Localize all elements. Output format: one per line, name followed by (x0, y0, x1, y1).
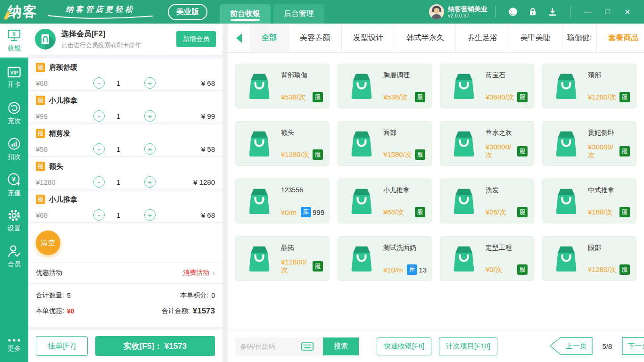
product-price: ¥538/次 (383, 93, 408, 102)
product-name: 蓝宝石 (486, 71, 505, 80)
avatar[interactable] (429, 4, 444, 19)
product-type-badge: 库 (407, 264, 417, 275)
minimize-button[interactable]: — (580, 5, 596, 18)
keyboard-icon[interactable] (301, 342, 314, 351)
product-card[interactable]: 测试洗面奶 ¥10/m 库 13 (338, 236, 432, 281)
qty-minus-button[interactable]: - (93, 110, 105, 122)
category-tab[interactable]: 美容养颜 (289, 24, 342, 52)
product-card[interactable]: 洗发 ¥26/次 服 (440, 179, 534, 223)
lock-icon[interactable] (527, 6, 538, 17)
chevron-right-icon[interactable]: › (212, 268, 215, 278)
member-select-row[interactable]: 选择会员[F2] 点击进行会员搜索或刷卡操作 新增会员 (28, 24, 223, 58)
product-card[interactable]: 背部瑜伽 ¥538/次 服 (235, 64, 330, 108)
count-item-button[interactable]: 计次项目[F10] (439, 337, 497, 355)
cart-item-name: 肩颈舒缓 (49, 63, 77, 72)
hold-order-button[interactable]: 挂单[F7] (36, 336, 88, 356)
qty-plus-button[interactable]: + (144, 176, 156, 188)
cart-item-row: 服 精剪发 ¥58 - 1 + ¥ 58 (28, 124, 223, 157)
cart-item-qty: 1 (105, 178, 132, 186)
download-icon[interactable] (547, 6, 558, 17)
category-tab[interactable]: 养生足浴 (456, 24, 509, 52)
checkout-button[interactable]: 实收[F5]： ¥1573 (95, 336, 215, 356)
customer-service-icon[interactable] (507, 6, 519, 17)
bottom-bar: 搜索 快速收银[F6] 计次项目[F10] 上一页 5/8 下一页 (228, 330, 644, 362)
product-card[interactable]: 中式推拿 ¥168/次 服 (542, 179, 636, 223)
more-dots-icon (7, 338, 21, 342)
shopping-bag-icon (246, 188, 272, 215)
product-card[interactable]: 额头 ¥1280/次 服 (235, 121, 330, 166)
sidebar-item-recharge-times[interactable]: 充次 (0, 95, 28, 131)
category-tab[interactable]: 韩式半永久 (395, 24, 456, 52)
category-tab[interactable]: 发型设计 (342, 24, 395, 52)
qty-minus-button[interactable]: - (93, 209, 105, 221)
category-prev-arrow[interactable] (228, 24, 250, 52)
main-tabs: 前台收银 后台管理 (220, 4, 327, 24)
service-badge: 服 (36, 162, 45, 171)
cart-item-total: ¥ 99 (201, 112, 215, 120)
maximize-button[interactable]: □ (600, 5, 616, 18)
sidebar-item-deduct-times[interactable]: 扣次 (0, 131, 28, 167)
sidebar-item-label: 收银 (8, 44, 21, 53)
member-icon (7, 245, 21, 258)
product-card[interactable]: 颈部 ¥1280/次 服 (542, 64, 636, 108)
add-member-button[interactable]: 新增会员 (176, 31, 216, 47)
clear-cart-button[interactable]: 清空 (36, 230, 60, 255)
cart-item-total: ¥ 68 (201, 211, 215, 219)
sidebar-item-settings[interactable]: 设置 (0, 203, 28, 239)
search-button[interactable]: 搜索 (323, 337, 359, 355)
sidebar-item-open-card[interactable]: VIP 开卡 (0, 59, 28, 95)
product-price: ¥1280/次 (588, 93, 617, 102)
product-type-badge: 服 (313, 92, 323, 102)
next-page-button[interactable]: 下一页 (621, 337, 644, 355)
category-tab[interactable]: 套餐商品 (597, 24, 644, 52)
total-qty-label: 合计数量: (36, 291, 64, 300)
qty-plus-button[interactable]: + (144, 77, 156, 89)
product-card[interactable]: 胸腺调理 ¥538/次 服 (338, 64, 432, 108)
barcode-input[interactable] (240, 343, 301, 350)
product-card[interactable]: 贵妃侧卧 ¥30000/次 服 (542, 121, 636, 166)
product-card[interactable]: 123556 ¥0/m 库 999 (235, 179, 330, 223)
product-price: ¥538/次 (281, 93, 306, 102)
qty-plus-button[interactable]: + (144, 143, 156, 155)
close-button[interactable]: ✕ (619, 5, 636, 18)
category-tab[interactable]: 全部 (250, 24, 289, 52)
cart-item-qty: 1 (105, 112, 132, 120)
product-card[interactable]: 眼部 ¥1280/次 服 (542, 236, 636, 281)
left-arrow-icon (235, 33, 243, 43)
product-price: ¥0/m (281, 208, 297, 216)
sidebar-item-more[interactable]: 更多 (0, 332, 28, 359)
qty-minus-button[interactable]: - (93, 77, 105, 89)
fast-cashier-button[interactable]: 快速收银[F6] (377, 337, 431, 355)
product-card[interactable]: 小儿推拿 ¥68/次 服 (338, 179, 432, 223)
order-summary: 合计数量: 5 本单积分: 0 本单优惠: ¥0 合计金额: ¥1573 (28, 284, 223, 327)
qty-plus-button[interactable]: + (144, 209, 156, 221)
product-type-badge: 服 (415, 149, 425, 160)
tab-front-cashier[interactable]: 前台收银 (220, 4, 271, 24)
tab-back-manage[interactable]: 后台管理 (273, 4, 324, 24)
product-name: 鱼水之欢 (486, 129, 512, 137)
product-card[interactable]: 蓝宝石 ¥3680/次 服 (440, 64, 534, 108)
sidebar-item-recharge[interactable]: ¥ 充值 (0, 167, 28, 203)
qty-minus-button[interactable]: - (93, 143, 105, 155)
product-card[interactable]: 晶拓 ¥12800/次 服 (235, 236, 330, 281)
points-value: 0 (211, 292, 215, 299)
shopping-bag-icon (451, 73, 477, 100)
product-type-badge: 服 (517, 207, 528, 217)
product-name: 小儿推拿 (383, 186, 410, 195)
qty-minus-button[interactable]: - (93, 176, 105, 188)
product-card[interactable]: 定型工程 ¥0/次 服 (440, 236, 534, 281)
product-card[interactable]: 面部 ¥1580/次 服 (338, 121, 432, 166)
sidebar-item-member[interactable]: 会员 (0, 239, 28, 274)
product-card[interactable]: 鱼水之欢 ¥30000/次 服 (440, 121, 534, 166)
prev-page-button[interactable]: 上一页 (549, 337, 593, 355)
sidebar-item-label: 更多 (8, 345, 21, 353)
category-tab[interactable]: 美甲美睫 (509, 24, 562, 52)
cart-item-unit-price: ¥68 (36, 79, 81, 87)
qty-plus-button[interactable]: + (144, 110, 156, 122)
sidebar-item-cashier[interactable]: ¥ 收银 (0, 24, 28, 59)
product-price: ¥30000/次 (486, 143, 517, 160)
product-name: 贵妃侧卧 (588, 129, 614, 137)
promo-activity-link[interactable]: 消费活动 (183, 269, 209, 277)
edition-badge[interactable]: 美业版 (168, 4, 207, 20)
category-tab[interactable]: 瑜伽健: (562, 24, 597, 52)
